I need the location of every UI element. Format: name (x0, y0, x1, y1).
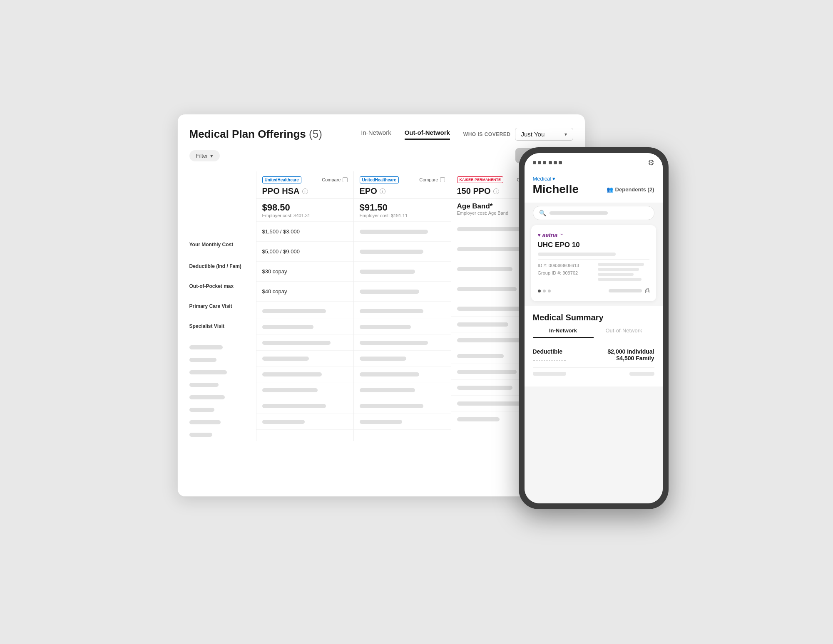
plan-price-1: $98.50 (262, 202, 348, 213)
deductible-value-individual: $2,000 Individual (607, 348, 654, 355)
search-bar[interactable]: 🔍 (533, 206, 654, 220)
app-logo-icon (533, 161, 562, 164)
summary-title: Medical Summary (533, 313, 654, 322)
id-value: 009388608613 (549, 263, 579, 268)
chevron-down-icon: ▾ (564, 131, 567, 137)
summary-deductible-label-col: Deductible (533, 348, 566, 362)
plan-header-1: UnitedHealthcare Compare PPO HSA i (256, 171, 353, 199)
summary-deductible-row: Deductible $2,000 Individual $4,500 Fami… (533, 343, 654, 368)
carousel-dot-1 (538, 290, 541, 292)
page-title: Medical Plan Offerings (5) (189, 128, 322, 141)
plan-price-2: $91.50 (360, 202, 445, 213)
row-label-spacer-header (189, 200, 256, 233)
user-name: Michelle (533, 183, 579, 196)
summary-tab-out-of-network[interactable]: Out-of-Network (594, 327, 654, 338)
card-plan-name: UHC EPO 10 (538, 241, 649, 249)
dependents-label: Dependents (2) (615, 186, 654, 193)
carousel-dot-3 (548, 290, 551, 292)
filter-pill[interactable]: Filter ▾ (189, 150, 220, 161)
card-divider (538, 259, 649, 260)
user-name-row: Michelle 👥 Dependents (2) (533, 183, 654, 196)
compare-checkbox-1[interactable] (343, 177, 348, 182)
kp-logo-3: KAISER PERMANENTE (457, 176, 504, 184)
row-labels: Your Monthly Cost Deductible (Ind / Fam)… (189, 171, 256, 441)
card-footer: ⎙ (538, 287, 649, 295)
oop-max-cell-1: $5,000 / $9,000 (256, 242, 353, 262)
plan-count: (5) (309, 128, 322, 140)
row-label-primary-care: Primary Care Visit (189, 296, 256, 316)
medical-label: Medical ▾ (533, 176, 654, 182)
deductible-cell-1: $1,500 / $3,000 (256, 222, 353, 242)
card-info-col-right (598, 263, 649, 283)
uhc-logo-1: UnitedHealthcare (262, 176, 301, 184)
who-covered-dropdown[interactable]: Just You ▾ (515, 128, 573, 141)
who-covered-value: Just You (521, 131, 561, 138)
insurance-card: ♥ aetna ™ UHC EPO 10 ID #: 009388608613 (531, 225, 656, 301)
filter-chevron-icon: ▾ (210, 153, 213, 159)
aetna-logo: ♥ aetna ™ (538, 232, 649, 238)
info-icon-2[interactable]: i (380, 188, 385, 194)
summary-skeleton-row-1 (533, 368, 654, 380)
extra-rows-1 (256, 303, 353, 430)
card-group-id-item: Group ID #: 909702 (538, 270, 589, 275)
row-label-oop-max: Out-of-Pocket max (189, 276, 256, 296)
plan-col-1: UnitedHealthcare Compare PPO HSA i (256, 171, 353, 441)
summary-tab-in-network[interactable]: In-Network (533, 327, 594, 338)
tabs-area: In-Network Out-of-Network (361, 129, 450, 140)
filter-label: Filter (196, 153, 208, 159)
monthly-cost-1: $98.50 Employer cost: $401.31 (256, 199, 353, 222)
plans-area: Your Monthly Cost Deductible (Ind / Fam)… (189, 171, 573, 441)
compare-row-2[interactable]: Compare (419, 177, 445, 182)
row-label-monthly-cost: Your Monthly Cost (189, 233, 256, 256)
info-icon-3[interactable]: i (493, 188, 499, 194)
search-icon: 🔍 (539, 210, 546, 216)
mobile-phone: ⚙ Medical ▾ Michelle 👥 Dependents (2) (519, 147, 669, 509)
tab-out-of-network[interactable]: Out-of-Network (405, 129, 450, 140)
card-sk-right-4 (598, 278, 642, 281)
filter-row: Filter ▾ Compare Now (189, 148, 573, 163)
employer-cost-1: Employer cost: $401.31 (262, 213, 348, 218)
plan-name-1: PPO HSA i (262, 186, 348, 196)
card-info-rows: ID #: 009388608613 Group ID #: 909702 (538, 263, 649, 283)
oop-max-cell-2 (354, 242, 451, 262)
compare-checkbox-2[interactable] (440, 177, 445, 182)
phone-status-bar: ⚙ (525, 153, 663, 171)
extra-rows-2 (354, 303, 451, 430)
carousel-dot-2 (543, 290, 546, 292)
uhc-logo-2: UnitedHealthcare (360, 176, 399, 184)
plan-header-2: UnitedHealthcare Compare EPO i (354, 171, 451, 199)
group-id-label: Group ID #: (538, 270, 562, 275)
deductible-value-family: $4,500 Family (607, 355, 654, 362)
employer-cost-2: Employer cost: $191.11 (360, 213, 445, 218)
card-skeleton-row-1 (538, 253, 616, 256)
card-id-item: ID #: 009388608613 (538, 263, 589, 268)
card-footer-skeleton (609, 289, 642, 292)
info-icon-1[interactable]: i (302, 188, 308, 194)
specialist-cell-2 (354, 282, 451, 302)
monthly-cost-2: $91.50 Employer cost: $191.11 (354, 199, 451, 222)
phone-header-section: Medical ▾ Michelle 👥 Dependents (2) (525, 171, 663, 203)
card-sk-right-2 (598, 268, 639, 271)
summary-deductible-values: $2,000 Individual $4,500 Family (607, 348, 654, 362)
summary-tabs: In-Network Out-of-Network (533, 327, 654, 338)
id-label: ID #: (538, 263, 547, 268)
summary-section: Medical Summary In-Network Out-of-Networ… (525, 306, 663, 386)
who-covered-label: WHO IS COVERED (463, 131, 511, 137)
compare-row-1[interactable]: Compare (322, 177, 347, 182)
phone-screen: ⚙ Medical ▾ Michelle 👥 Dependents (2) (525, 153, 663, 503)
tab-in-network[interactable]: In-Network (361, 129, 391, 140)
desktop-header: Medical Plan Offerings (5) In-Network Ou… (189, 128, 573, 141)
specialist-cell-1: $40 copay (256, 282, 353, 302)
settings-icon[interactable]: ⚙ (648, 158, 654, 167)
card-sk-right-1 (598, 263, 644, 266)
deductible-cell-2 (354, 222, 451, 242)
row-label-deductible: Deductible (Ind / Fam) (189, 256, 256, 276)
group-id-value: 909702 (562, 270, 578, 275)
who-covered-area: WHO IS COVERED Just You ▾ (463, 128, 573, 141)
plan-col-2: UnitedHealthcare Compare EPO i (353, 171, 451, 441)
card-sk-right-3 (598, 273, 634, 276)
share-icon[interactable]: ⎙ (645, 287, 649, 295)
dependents-badge[interactable]: 👥 Dependents (2) (607, 186, 654, 193)
dotted-underline (533, 360, 566, 361)
row-label-specialist: Specialist Visit (189, 316, 256, 336)
